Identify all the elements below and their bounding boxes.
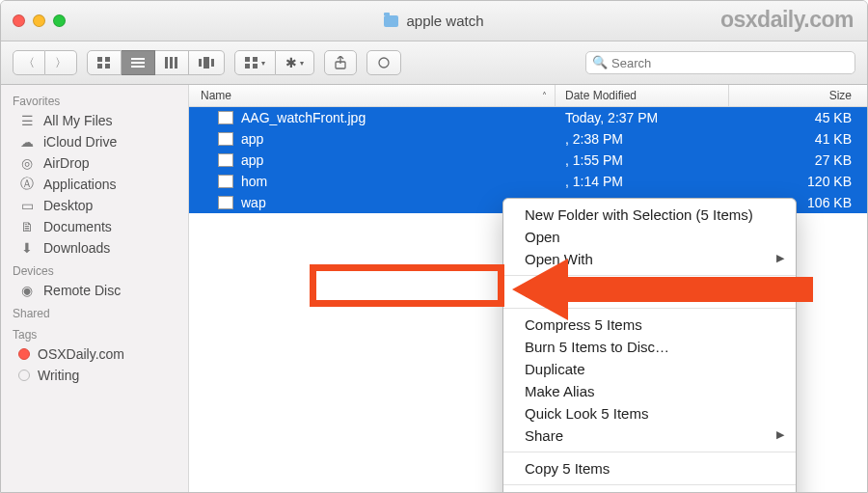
- arrange-button[interactable]: ▾: [234, 50, 276, 75]
- column-header-date[interactable]: Date Modified: [556, 85, 729, 106]
- column-view-button[interactable]: [155, 50, 189, 75]
- context-menu: New Folder with Selection (5 Items) Open…: [502, 198, 797, 493]
- sidebar-tag-osxdaily[interactable]: OSXDaily.com: [1, 343, 188, 365]
- gear-icon: ✱: [285, 55, 297, 70]
- file-row[interactable]: app , 1:55 PM 27 KB: [189, 150, 867, 171]
- cm-make-alias[interactable]: Make Alias: [503, 380, 796, 402]
- sort-indicator-icon: ˄: [542, 91, 547, 101]
- search-field[interactable]: 🔍: [585, 51, 855, 74]
- sidebar-item-applications[interactable]: ⒶApplications: [1, 174, 188, 195]
- arrow-stem: [562, 277, 813, 302]
- svg-rect-16: [253, 64, 258, 68]
- titlebar: apple watch osxdaily.com: [1, 1, 867, 41]
- sidebar-item-remote-disc[interactable]: ◉Remote Disc: [1, 280, 188, 301]
- tag-dot-icon: [18, 370, 30, 381]
- close-window-button[interactable]: [13, 14, 25, 27]
- sidebar-item-icloud[interactable]: ☁iCloud Drive: [1, 131, 188, 152]
- minimize-window-button[interactable]: [33, 14, 45, 27]
- list-view-button[interactable]: [122, 50, 155, 75]
- file-row[interactable]: AAG_watchFront.jpg Today, 2:37 PM 45 KB: [189, 107, 867, 128]
- watermark-text: osxdaily.com: [720, 7, 854, 33]
- nav-buttons: 〈 〉: [13, 50, 77, 75]
- sidebar-item-all-my-files[interactable]: ☰All My Files: [1, 110, 188, 131]
- svg-rect-2: [97, 64, 102, 68]
- svg-rect-6: [131, 66, 145, 68]
- cm-share[interactable]: Share: [503, 425, 796, 447]
- cm-open[interactable]: Open: [503, 226, 796, 248]
- arrow-head-icon: [512, 259, 568, 320]
- svg-rect-12: [203, 57, 209, 68]
- downloads-icon: ⬇: [18, 240, 36, 256]
- disc-icon: ◉: [18, 283, 36, 298]
- cm-quick-look[interactable]: Quick Look 5 Items: [503, 402, 796, 425]
- file-icon: [218, 153, 233, 167]
- file-row[interactable]: app , 2:38 PM 41 KB: [189, 128, 867, 150]
- forward-button[interactable]: 〉: [45, 50, 77, 75]
- sidebar-heading-tags: Tags: [1, 322, 188, 343]
- folder-icon: [384, 15, 398, 27]
- svg-rect-7: [165, 57, 168, 68]
- arrange-actions: ▾ ✱▾: [234, 50, 314, 75]
- svg-rect-9: [175, 57, 177, 68]
- tags-button[interactable]: [366, 50, 401, 75]
- coverflow-view-button[interactable]: [189, 50, 225, 75]
- desktop-icon: ▭: [18, 198, 36, 213]
- icon-view-button[interactable]: [87, 50, 122, 75]
- svg-rect-3: [105, 64, 110, 68]
- svg-rect-4: [131, 58, 145, 60]
- svg-rect-11: [211, 59, 214, 67]
- sidebar-tag-writing[interactable]: Writing: [1, 365, 188, 386]
- search-input[interactable]: [585, 51, 855, 74]
- airdrop-icon: ◎: [18, 155, 36, 171]
- sidebar-heading-shared: Shared: [1, 301, 188, 322]
- column-headers: Name˄ Date Modified Size: [189, 85, 867, 107]
- svg-rect-14: [253, 57, 258, 62]
- cloud-icon: ☁: [18, 134, 36, 150]
- column-header-name[interactable]: Name˄: [189, 85, 556, 106]
- share-button[interactable]: [324, 50, 357, 75]
- all-my-files-icon: ☰: [18, 113, 36, 128]
- action-button[interactable]: ✱▾: [276, 50, 314, 75]
- svg-rect-13: [245, 57, 250, 62]
- file-row[interactable]: hom , 1:14 PM 120 KB: [189, 171, 867, 192]
- cm-new-folder-with-selection[interactable]: New Folder with Selection (5 Items): [503, 204, 796, 226]
- search-icon: 🔍: [592, 55, 608, 69]
- documents-icon: 🗎: [18, 219, 36, 234]
- file-icon: [218, 111, 233, 124]
- cm-copy[interactable]: Copy 5 Items: [503, 457, 796, 479]
- cm-duplicate[interactable]: Duplicate: [503, 358, 796, 380]
- cm-separator: [503, 484, 796, 485]
- tag-dot-icon: [18, 348, 30, 360]
- column-header-size[interactable]: Size: [729, 85, 867, 106]
- cm-burn[interactable]: Burn 5 Items to Disc…: [503, 336, 796, 358]
- sidebar-heading-favorites: Favorites: [1, 89, 188, 110]
- sidebar: Favorites ☰All My Files ☁iCloud Drive ◎A…: [1, 85, 189, 492]
- file-icon: [218, 175, 233, 188]
- annotation-highlight-box: [310, 264, 504, 307]
- sidebar-item-downloads[interactable]: ⬇Downloads: [1, 237, 188, 259]
- svg-rect-0: [97, 57, 102, 62]
- window-title-text: apple watch: [406, 13, 483, 29]
- zoom-window-button[interactable]: [53, 14, 66, 27]
- svg-rect-8: [170, 57, 173, 68]
- toolbar: 〈 〉 ▾ ✱▾: [1, 41, 867, 85]
- sidebar-heading-devices: Devices: [1, 259, 188, 280]
- file-icon: [218, 196, 233, 209]
- sidebar-item-documents[interactable]: 🗎Documents: [1, 216, 188, 237]
- sidebar-item-desktop[interactable]: ▭Desktop: [1, 195, 188, 216]
- back-button[interactable]: 〈: [13, 50, 45, 75]
- view-mode-segment: [87, 50, 225, 75]
- cm-separator: [503, 452, 796, 452]
- svg-rect-1: [105, 57, 110, 62]
- svg-rect-15: [245, 64, 250, 68]
- svg-point-18: [379, 58, 389, 68]
- window-controls: [13, 14, 66, 27]
- sidebar-item-airdrop[interactable]: ◎AirDrop: [1, 152, 188, 174]
- svg-rect-10: [199, 59, 202, 67]
- file-icon: [218, 132, 233, 146]
- finder-window: apple watch osxdaily.com 〈 〉 ▾: [0, 0, 868, 493]
- applications-icon: Ⓐ: [18, 177, 36, 192]
- svg-rect-5: [131, 62, 145, 64]
